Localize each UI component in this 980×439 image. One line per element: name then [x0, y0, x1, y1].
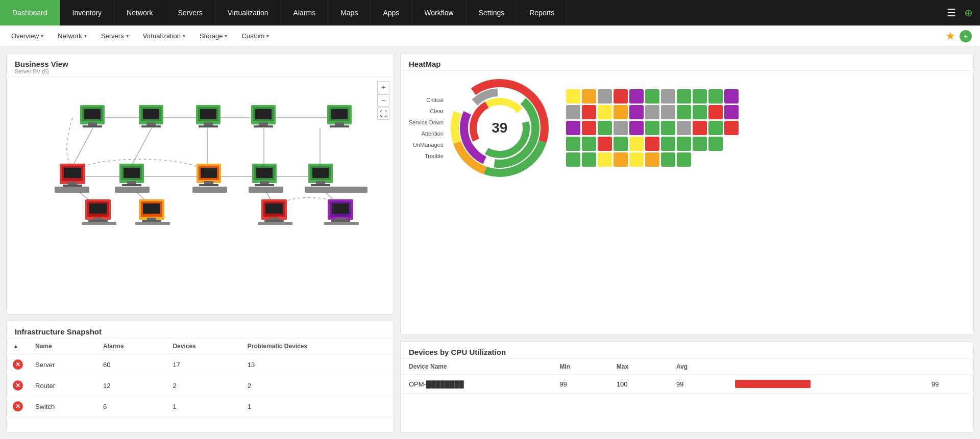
node-green-2[interactable]: [139, 105, 163, 127]
heatmap-cell[interactable]: [677, 152, 691, 167]
heatmap-cell[interactable]: [629, 105, 644, 119]
heatmap-cell[interactable]: [645, 89, 659, 104]
heatmap-cell[interactable]: [661, 89, 675, 104]
node-green-mid-3[interactable]: [308, 164, 333, 186]
heatmap-cell[interactable]: [708, 105, 723, 119]
heatmap-cell[interactable]: [614, 121, 628, 135]
heatmap-cell[interactable]: [582, 105, 596, 119]
nav-item-network[interactable]: Network: [114, 0, 165, 25]
heatmap-cell[interactable]: [566, 105, 580, 119]
nav-item-dashboard[interactable]: Dashboard: [0, 0, 60, 25]
heatmap-cell[interactable]: [677, 105, 691, 119]
zoom-in-button[interactable]: +: [377, 81, 389, 93]
heatmap-cell[interactable]: [677, 137, 691, 151]
col-alarms[interactable]: Alarms: [97, 339, 166, 354]
node-green-5[interactable]: [327, 105, 352, 127]
nav-item-inventory[interactable]: Inventory: [60, 0, 115, 25]
hamburger-icon[interactable]: ☰: [945, 5, 958, 21]
heatmap-cell[interactable]: [566, 137, 580, 151]
node-green-4[interactable]: [251, 105, 276, 127]
heatmap-cell[interactable]: [661, 105, 675, 119]
node-orange-bottom[interactable]: [139, 199, 164, 222]
node-green-3[interactable]: [196, 105, 220, 127]
col-name[interactable]: Name: [29, 339, 97, 354]
heatmap-cell[interactable]: [629, 152, 644, 167]
star-icon[interactable]: ★: [945, 30, 955, 43]
nav-item-reports[interactable]: Reports: [517, 0, 567, 25]
node-purple-bottom[interactable]: [328, 199, 353, 222]
nav-item-settings[interactable]: Settings: [467, 0, 518, 25]
heatmap-cell[interactable]: [677, 89, 691, 104]
heatmap-cell[interactable]: [645, 105, 659, 119]
subnav-network[interactable]: Network ▾: [51, 25, 94, 46]
heatmap-cell[interactable]: [661, 121, 675, 135]
nav-item-virtualization[interactable]: Virtualization: [215, 0, 281, 25]
heatmap-cell[interactable]: [677, 121, 691, 135]
subnav-storage[interactable]: Storage ▾: [192, 25, 235, 46]
expand-button[interactable]: ⛶: [377, 108, 389, 120]
subnav-overview[interactable]: Overview ▾: [4, 25, 51, 46]
subnav-custom[interactable]: Custom ▾: [234, 25, 276, 46]
heatmap-cell[interactable]: [582, 152, 596, 167]
heatmap-cell[interactable]: [693, 89, 707, 104]
heatmap-cell[interactable]: [566, 121, 580, 135]
node-green-mid-2[interactable]: [252, 164, 277, 186]
subnav-servers[interactable]: Servers ▾: [94, 25, 136, 46]
heatmap-cell[interactable]: [614, 105, 628, 119]
plus-circle-icon[interactable]: ⊕: [962, 5, 975, 21]
heatmap-cell[interactable]: [724, 89, 739, 104]
heatmap-cell[interactable]: [661, 152, 675, 167]
nav-item-servers[interactable]: Servers: [165, 0, 215, 25]
subnav-virtualization[interactable]: Virtualization ▾: [136, 25, 192, 46]
heatmap-cell[interactable]: [582, 137, 596, 151]
cpu-col-max[interactable]: Max: [608, 359, 668, 375]
heatmap-cell[interactable]: [708, 137, 723, 151]
heatmap-cell[interactable]: [645, 121, 659, 135]
heatmap-cell[interactable]: [614, 89, 628, 104]
heatmap-cell[interactable]: [661, 137, 675, 151]
heatmap-cell[interactable]: [724, 121, 739, 135]
sort-col[interactable]: ▲: [7, 339, 29, 354]
heatmap-cell[interactable]: [629, 89, 644, 104]
table-row[interactable]: ✕ Server 60 17 13: [7, 354, 394, 375]
heatmap-cell[interactable]: [645, 152, 659, 167]
heatmap-cell[interactable]: [614, 137, 628, 151]
nav-item-apps[interactable]: Apps: [371, 0, 412, 25]
heatmap-cell[interactable]: [629, 121, 644, 135]
nav-item-workflow[interactable]: Workflow: [412, 0, 466, 25]
nav-item-maps[interactable]: Maps: [328, 0, 371, 25]
table-row[interactable]: ✕ Switch 6 1 1: [7, 396, 394, 417]
heatmap-cell[interactable]: [693, 137, 707, 151]
heatmap-cell[interactable]: [614, 152, 628, 167]
col-problematic[interactable]: Problematic Devices: [241, 339, 394, 354]
heatmap-cell[interactable]: [582, 121, 596, 135]
node-red-bottom-2[interactable]: [261, 199, 287, 222]
heatmap-cell[interactable]: [645, 137, 659, 151]
heatmap-cell[interactable]: [629, 137, 644, 151]
node-green-mid-1[interactable]: [119, 164, 144, 186]
heatmap-cell[interactable]: [708, 89, 723, 104]
heatmap-cell[interactable]: [598, 105, 612, 119]
heatmap-cell[interactable]: [582, 89, 596, 104]
node-red-1[interactable]: [60, 164, 85, 187]
heatmap-cell[interactable]: [566, 89, 580, 104]
node-orange-mid[interactable]: [197, 164, 221, 186]
cpu-col-device[interactable]: Device Name: [401, 359, 551, 375]
node-red-bottom-1[interactable]: [85, 199, 111, 222]
heatmap-cell[interactable]: [693, 121, 707, 135]
heatmap-cell[interactable]: [566, 152, 580, 167]
heatmap-grid[interactable]: [566, 89, 739, 167]
zoom-out-button[interactable]: −: [377, 94, 389, 107]
col-devices[interactable]: Devices: [166, 339, 241, 354]
heatmap-cell[interactable]: [598, 152, 612, 167]
heatmap-cell[interactable]: [724, 105, 739, 119]
node-green-1[interactable]: [80, 105, 105, 127]
nav-item-alarms[interactable]: Alarms: [281, 0, 329, 25]
cpu-col-avg[interactable]: Avg: [668, 359, 727, 375]
heatmap-cell[interactable]: [598, 137, 612, 151]
heatmap-cell[interactable]: [708, 121, 723, 135]
cpu-col-min[interactable]: Min: [551, 359, 608, 375]
table-row[interactable]: ✕ Router 12 2 2: [7, 375, 394, 396]
cpu-table-row[interactable]: OPM-████████ 99 100 99 99: [401, 375, 973, 394]
add-dashboard-icon[interactable]: +: [960, 30, 972, 42]
